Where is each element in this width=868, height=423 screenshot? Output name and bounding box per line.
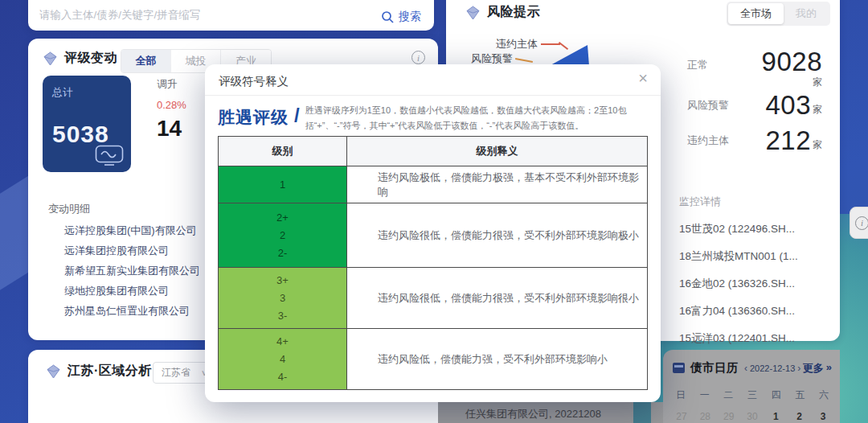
- rating-panel-header: 评级变动: [43, 50, 117, 67]
- double-chevron-icon: »: [826, 361, 832, 376]
- level-meaning: 违约风险很低，偿债能力很强，受不利外部环境影响很小: [347, 268, 647, 328]
- stat-value: 212: [765, 125, 811, 156]
- weekday: 日: [676, 388, 686, 402]
- modal-title: 评级符号释义: [219, 74, 289, 89]
- search-input[interactable]: [39, 5, 381, 24]
- close-icon[interactable]: ×: [638, 70, 648, 86]
- brand-description: 胜遇评级序列为1至10，数值越小代表风险越低，数值越大代表风险越高；2至10包括…: [305, 103, 648, 134]
- brand-row: 胜遇评级 / 胜遇评级序列为1至10，数值越小代表风险越低，数值越大代表风险越高…: [218, 103, 648, 134]
- gem-icon: [465, 6, 481, 20]
- level-meaning: 违约风险低，偿债能力强，受不利外部环境影响小: [347, 329, 647, 389]
- rating-panel-title: 评级变动: [64, 50, 117, 67]
- level-value: 4-: [278, 371, 288, 383]
- list-item[interactable]: 15世茂02 (122496.SH...: [679, 216, 829, 243]
- table-row: 2+ 2 2- 违约风险很低，偿债能力很强，受不利外部环境影响极小: [219, 203, 647, 267]
- calendar-date: 2022-12-13: [750, 363, 795, 373]
- dashboard-stage: 搜索 评级变动 全部 城投 产业 i 总计 5038 调升: [0, 0, 868, 423]
- level-value: 4+: [276, 335, 289, 347]
- calendar-day[interactable]: 29: [723, 411, 735, 422]
- stat-label: 违约主体: [687, 133, 729, 148]
- dimmed-news-panel: 任兴集团有限公司, 20221208: [438, 402, 633, 423]
- table-row: 3+ 3 3- 违约风险很低，偿债能力很强，受不利外部环境影响很小: [219, 267, 647, 328]
- filter-mine[interactable]: 我的: [784, 3, 829, 24]
- level-value: 2: [280, 229, 285, 241]
- stat-unit: 家: [813, 138, 822, 152]
- info-icon: i: [855, 216, 868, 230]
- bond-calendar-panel: 债市日历 ‹ 2022-12-13 › 更多 » 日 一 二 三 四 五 六 2…: [663, 350, 840, 423]
- pie-label-default: 违约主体: [496, 37, 538, 51]
- stat-label: 风险预警: [687, 98, 729, 113]
- weekday: 二: [723, 388, 733, 402]
- calendar-day[interactable]: 3: [817, 411, 829, 422]
- list-item[interactable]: 18兰州城投MTN001 (1...: [679, 243, 829, 270]
- tab-all[interactable]: 全部: [121, 50, 171, 72]
- province-dropdown-value: 江苏省: [162, 366, 190, 380]
- background-gap: [633, 402, 651, 423]
- rating-table: 级别 级别释义 1 违约风险极低，偿债能力极强，基本不受不利外部环境影响 2+ …: [218, 136, 648, 390]
- level-meaning: 违约风险极低，偿债能力极强，基本不受不利外部环境影响: [347, 166, 647, 203]
- brand-name: 胜遇评级: [218, 106, 289, 129]
- risk-panel-title: 风险提示: [487, 4, 540, 21]
- weekday: 四: [772, 388, 781, 402]
- table-row: 1 违约风险极低，偿债能力极强，基本不受不利外部环境影响: [219, 166, 647, 203]
- table-row: 4+ 4 4- 违约风险低，偿债能力强，受不利外部环境影响小: [219, 328, 647, 389]
- level-cell: 1: [219, 166, 347, 203]
- weekday: 六: [819, 388, 829, 402]
- level-meaning: 违约风险很低，偿债能力很强，受不利外部环境影响极小: [347, 203, 647, 267]
- slash-divider: /: [294, 105, 300, 127]
- total-card[interactable]: 总计 5038: [43, 76, 131, 172]
- calendar-date-nav: ‹ 2022-12-13 ›: [744, 363, 800, 374]
- calendar-day[interactable]: 28: [699, 411, 710, 422]
- region-panel-header: 江苏·区域分析: [46, 363, 152, 380]
- rating-legend-modal: 评级符号释义 × 胜遇评级 / 胜遇评级序列为1至10，数值越小代表风险越低，数…: [205, 64, 661, 402]
- info-icon[interactable]: i: [411, 51, 425, 64]
- news-item[interactable]: 任兴集团有限公司, 20221208: [465, 407, 601, 421]
- filter-whole-market[interactable]: 全市场: [728, 3, 784, 24]
- list-item[interactable]: 16富力04 (136360.SH...: [679, 298, 829, 325]
- level-value: 3-: [278, 310, 288, 322]
- calendar-icon: [673, 363, 685, 373]
- list-item[interactable]: 16金地02 (136326.SH...: [679, 270, 829, 298]
- gem-icon: [43, 51, 58, 66]
- total-value: 5038: [52, 121, 121, 148]
- total-label: 总计: [52, 85, 121, 100]
- search-bar: 搜索: [28, 0, 434, 31]
- weekday: 一: [700, 388, 710, 402]
- calendar-weekdays: 日 一 二 三 四 五 六: [676, 388, 829, 402]
- level-value: 1: [280, 179, 285, 191]
- stat-warning: 风险预警 403 家: [687, 90, 822, 121]
- calendar-day[interactable]: 2: [794, 411, 805, 422]
- monitor-detail-label: 监控详情: [679, 195, 721, 209]
- list-item[interactable]: 15远洋03 (122401.SH...: [679, 325, 829, 352]
- stat-normal: 正常 9028 家: [687, 47, 822, 89]
- pie-chart-fragment: [551, 43, 589, 66]
- stat-unit: 家: [813, 103, 822, 117]
- stat-label: 正常: [687, 58, 708, 72]
- wave-chart-icon: [95, 145, 124, 166]
- search-button[interactable]: 搜索: [381, 10, 421, 24]
- calendar-more-link[interactable]: 更多 »: [803, 361, 832, 376]
- prev-date-icon[interactable]: ‹: [744, 363, 747, 374]
- calendar-dates: 27 28 29 30 1 2 3: [676, 411, 829, 422]
- calendar-day[interactable]: 1: [770, 411, 781, 422]
- stat-unit: 家: [813, 76, 822, 89]
- calendar-day[interactable]: 27: [676, 411, 687, 422]
- level-value: 3: [280, 292, 285, 304]
- stat-default: 违约主体 212 家: [687, 125, 822, 156]
- level-cell: 4+ 4 4-: [219, 329, 347, 389]
- level-value: 3+: [276, 274, 289, 286]
- stat-value: 9028: [762, 47, 822, 77]
- calendar-day[interactable]: 30: [747, 411, 758, 422]
- column-header-meaning: 级别释义: [347, 137, 647, 166]
- weekday: 三: [747, 388, 757, 402]
- search-icon: [381, 10, 394, 23]
- level-value: 2-: [278, 247, 288, 259]
- column-header-level: 级别: [219, 137, 347, 166]
- floating-info-button[interactable]: i: [850, 207, 868, 239]
- more-label: 更多: [803, 361, 824, 376]
- level-value: 4: [280, 353, 285, 365]
- pie-leader-line: [515, 58, 533, 63]
- stat-value: 403: [765, 90, 811, 121]
- next-date-icon[interactable]: ›: [797, 363, 800, 374]
- market-filter: 全市场 我的: [727, 2, 830, 26]
